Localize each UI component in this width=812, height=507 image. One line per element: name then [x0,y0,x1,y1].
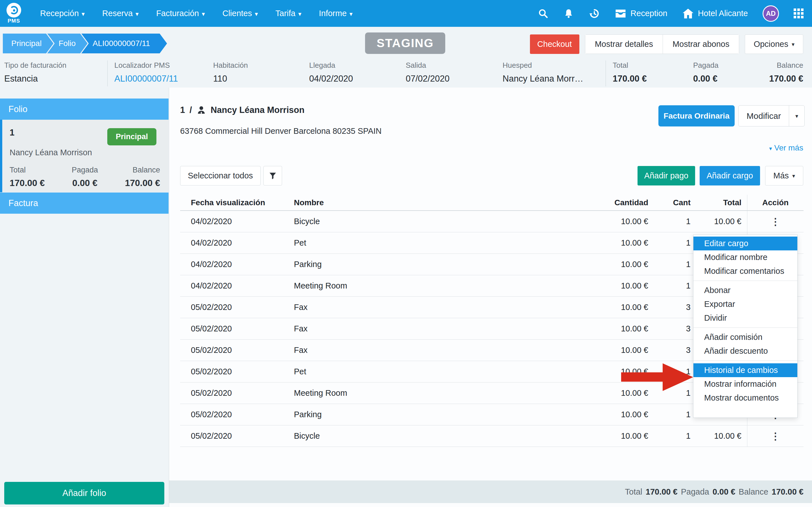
modificar-button[interactable]: Modificar [739,106,789,126]
filter-funnel-icon [269,172,277,180]
folio-total-label: Total [10,166,45,174]
breadcrumb-principal[interactable]: Principal [3,34,53,53]
row-actions-kebab-icon[interactable]: ⋮ [771,217,780,226]
menu-item-editar-cargo[interactable]: Editar cargo [693,236,797,250]
inbox-icon [615,8,627,19]
chevron-down-icon: ▾ [135,10,138,17]
menu-item-anadir-descuento[interactable]: Añadir descuento [693,344,797,358]
menu-item-historial-de-cambios[interactable]: Historial de cambios [693,363,797,377]
divider [693,281,797,281]
folio-summary-bar: Total 170.00 € Pagada 0.00 € Balance 170… [169,481,812,503]
add-charge-button[interactable]: Añadir cargo [700,166,760,185]
filter-button[interactable] [264,166,282,185]
menu-clientes[interactable]: Clientes▾ [223,9,258,18]
apps-grid-icon[interactable] [794,8,804,18]
menu-item-anadir-comision[interactable]: Añadir comisión [693,330,797,344]
select-all-button[interactable]: Seleccionar todos [180,166,260,185]
breadcrumb-locator[interactable]: ALI00000007/11 [81,34,167,53]
chevron-down-icon: ▾ [81,10,85,17]
guest-name: Nancy Léana Morrison [211,105,304,115]
home-icon [682,8,694,19]
folio-total-value: 170.00 € [10,178,45,188]
staging-badge: STAGING [365,33,445,54]
mostrar-abonos-button[interactable]: Mostrar abonos [663,35,739,54]
table-row[interactable]: 05/02/2020 Bicycle 10.00 € 1 10.00 € ⋮ [180,426,804,447]
inbox-reception[interactable]: Reception [615,8,668,19]
info-total: Total 170.00 € [613,61,647,84]
menu-tarifa[interactable]: Tarifa▾ [276,9,301,18]
hotel-home[interactable]: Hotel Alicante [682,8,748,19]
add-payment-button[interactable]: Añadir pago [638,166,695,185]
info-huesped: Huesped Nancy Léana Morr… [503,61,583,84]
modificar-dropdown-toggle[interactable]: ▾ [789,106,804,126]
sidebar-factura-header[interactable]: Factura [0,192,169,214]
checkout-button[interactable]: Checkout [530,35,579,54]
top-navbar: PMS Recepción▾ Reserva▾ Facturación▾ Cli… [0,0,812,27]
folio-pagada-label: Pagada [72,166,98,174]
menu-recepcion[interactable]: Recepción▾ [40,9,85,18]
add-folio-button[interactable]: Añadir folio [4,482,164,504]
breadcrumb: Principal Folio ALI00000007/11 [3,34,161,53]
info-balance: Balance 170.00 € [769,61,803,84]
main-menu: Recepción▾ Reserva▾ Facturación▾ Cliente… [40,9,353,18]
factura-ordinaria-button[interactable]: Factura Ordinaria [658,105,735,126]
menu-item-dividir[interactable]: Dividir [693,311,797,325]
chevron-down-icon: ▾ [255,10,258,17]
table-row[interactable]: 04/02/2020 Bicycle 10.00 € 1 10.00 € ⋮ [180,211,804,232]
info-pagada: Pagada 0.00 € [693,61,718,84]
app-logo[interactable]: PMS [5,3,22,24]
chevron-down-icon: ▾ [792,41,795,48]
menu-item-exportar[interactable]: Exportar [693,297,797,311]
menu-facturacion[interactable]: Facturación▾ [156,9,205,18]
info-salida: Salida 07/02/2020 [406,61,450,84]
folio-balance-label: Balance [125,166,160,174]
localizador-link[interactable]: ALI00000007/11 [114,74,178,84]
chevron-down-icon: ▾ [202,10,205,17]
info-llegada: Llegada 04/02/2020 [309,61,353,84]
menu-item-abonar[interactable]: Abonar [693,283,797,297]
sidebar-folio-header[interactable]: Folio [0,99,169,120]
menu-informe[interactable]: Informe▾ [319,9,352,18]
row-actions-kebab-icon[interactable]: ⋮ [771,431,780,441]
chevron-down-icon: ▾ [769,146,772,152]
search-icon[interactable] [538,8,548,19]
chevron-down-icon: ▾ [792,172,795,179]
ver-mas-link[interactable]: ▾Ver más [769,144,803,153]
principal-badge: Principal [107,128,157,146]
menu-reserva[interactable]: Reserva▾ [102,9,138,18]
mostrar-detalles-button[interactable]: Mostrar detalles [585,35,663,54]
reservation-info-bar: Tipo de facturación Estancia Localizador… [0,59,812,88]
info-tipo-facturacion: Tipo de facturación Estancia [4,61,66,84]
breadcrumb-row: Principal Folio ALI00000007/11 STAGING C… [0,27,812,59]
guest-address: 63768 Commercial Hill Denver Barcelona 8… [180,126,382,136]
notifications-bell-icon[interactable] [563,8,574,19]
divider [107,60,108,87]
folio-pagada-value: 0.00 € [72,178,98,188]
person-icon [196,105,206,115]
divider [693,360,797,361]
chevron-down-icon: ▾ [350,10,353,17]
menu-item-mostrar-documentos[interactable]: Mostrar documentos [693,391,797,405]
avatar[interactable]: AD [763,5,779,22]
charge-context-menu: Editar cargo Modificar nombre Modificar … [693,235,798,418]
pms-logo-icon [6,3,21,17]
folio-balance-value: 170.00 € [125,178,160,188]
opciones-button[interactable]: Opciones▾ [745,35,803,54]
red-annotation-arrow-head [663,363,693,391]
menu-item-modificar-nombre[interactable]: Modificar nombre [693,250,797,264]
modificar-split-button[interactable]: Modificar ▾ [738,105,805,126]
charges-table-header: Fecha visualización Nombre Cantidad Cant… [180,195,804,211]
guest-separator: / [189,105,192,115]
info-habitacion: Habitación 110 [213,61,248,84]
divider [605,60,606,87]
menu-item-mostrar-informacion[interactable]: Mostrar información [693,377,797,391]
folio-guest-name: Nancy Léana Morrison [10,148,160,157]
history-icon[interactable] [589,8,600,19]
chevron-down-icon: ▾ [298,10,301,17]
pms-logo-label: PMS [8,18,20,24]
guest-index: 1 [180,105,185,115]
more-button[interactable]: Más▾ [765,166,803,185]
hotel-label: Hotel Alicante [698,9,748,18]
folio-card[interactable]: 1 Principal Nancy Léana Morrison Total 1… [0,120,169,192]
menu-item-modificar-comentarios[interactable]: Modificar comentarios [693,264,797,278]
